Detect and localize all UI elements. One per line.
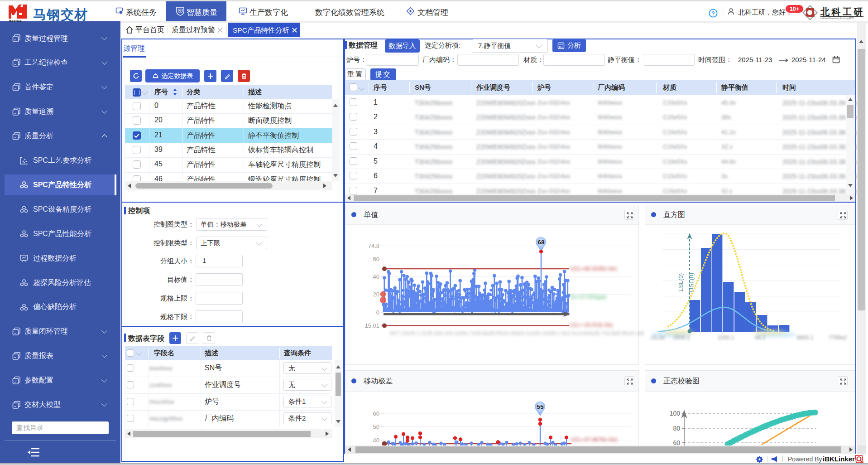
- svg-text:80: 80: [673, 425, 680, 432]
- svg-text:40: 40: [373, 437, 379, 444]
- svg-text:60: 60: [673, 439, 680, 446]
- svg-text:20: 20: [373, 291, 379, 298]
- svg-text:LSL(0): LSL(0): [677, 273, 684, 292]
- svg-text:USL(0): USL(0): [688, 273, 695, 292]
- svg-text:50: 50: [373, 423, 379, 430]
- svg-text:-15.01: -15.01: [363, 322, 379, 329]
- svg-text:100: 100: [670, 410, 681, 417]
- svg-text:?: ?: [711, 10, 715, 17]
- svg-text:40: 40: [373, 273, 379, 280]
- svg-text:74.8: 74.8: [368, 242, 379, 249]
- svg-text:55: 55: [537, 403, 544, 410]
- svg-text:68: 68: [537, 239, 545, 246]
- svg-text:MA STEEL: MA STEEL: [9, 19, 22, 22]
- svg-text:0: 0: [376, 309, 379, 316]
- svg-text:60: 60: [373, 256, 379, 262]
- svg-text:60: 60: [373, 410, 379, 417]
